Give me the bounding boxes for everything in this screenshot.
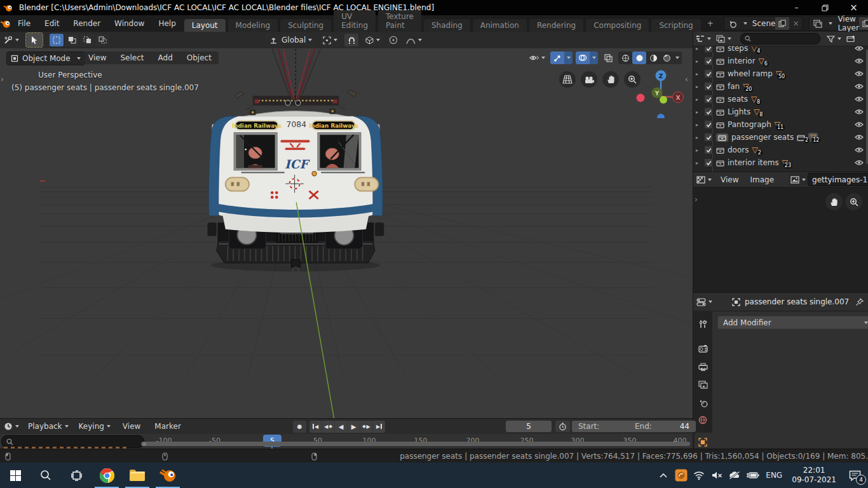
tab-compositing[interactable]: Compositing: [586, 19, 649, 32]
auto-keyframe-record-button[interactable]: ●: [293, 421, 306, 433]
sidebar-expand-icon[interactable]: ‹: [685, 75, 688, 84]
task-view-button[interactable]: [61, 463, 92, 488]
viewport-menu-object[interactable]: Object: [180, 53, 219, 62]
outliner-row-fan[interactable]: ▸ fan ▽20: [693, 80, 868, 93]
xray-toggle[interactable]: [601, 51, 615, 64]
image-name-field[interactable]: gettyimages-1187: [808, 173, 868, 186]
taskbar-chrome-icon[interactable]: [92, 463, 122, 488]
collection-name[interactable]: interior items: [728, 158, 779, 167]
expand-icon[interactable]: ▸: [696, 147, 701, 153]
menu-render[interactable]: Render: [66, 19, 107, 28]
tab-tool-icon[interactable]: [696, 317, 710, 331]
shading-dropdown[interactable]: [673, 51, 682, 64]
tab-view-layer-icon[interactable]: [696, 377, 710, 391]
shading-wireframe-icon[interactable]: [618, 51, 632, 64]
properties-editor-type-icon[interactable]: [693, 298, 715, 306]
gizmos-toggle[interactable]: [550, 51, 564, 64]
proportional-editing-icon[interactable]: [387, 34, 400, 46]
expand-icon[interactable]: ▸: [696, 160, 701, 166]
close-button[interactable]: ×: [839, 0, 868, 15]
gizmos-dropdown[interactable]: [564, 51, 573, 64]
unlink-scene-icon[interactable]: ×: [789, 19, 802, 28]
tool-icon[interactable]: [0, 36, 22, 44]
tab-output-icon[interactable]: [696, 360, 710, 374]
blender-menu-icon[interactable]: [0, 19, 11, 29]
view-layer-name[interactable]: View Layer: [832, 15, 858, 32]
tab-scripting[interactable]: Scripting: [651, 19, 700, 32]
mode-dropdown[interactable]: Object Mode: [6, 51, 85, 65]
eye-icon[interactable]: [855, 109, 864, 115]
collection-checkbox[interactable]: [704, 146, 713, 154]
jump-to-end-button[interactable]: ▶: [373, 421, 385, 433]
tab-shading[interactable]: Shading: [424, 19, 470, 32]
current-frame-field[interactable]: 5: [506, 421, 552, 432]
collection-checkbox[interactable]: [704, 107, 713, 116]
shading-rendered-icon[interactable]: [660, 51, 673, 64]
outliner-search-input[interactable]: [740, 33, 820, 44]
language-indicator[interactable]: ENG: [761, 463, 787, 488]
taskbar-file-explorer-icon[interactable]: [122, 463, 153, 488]
timeline-menu-marker[interactable]: Marker: [147, 422, 187, 431]
add-modifier-dropdown[interactable]: Add Modifier: [717, 316, 868, 329]
notification-center-icon[interactable]: 4: [841, 463, 868, 488]
timeline-menu-playback[interactable]: Playback: [23, 422, 74, 431]
shading-material-icon[interactable]: [646, 51, 660, 64]
timeline-scrollbar[interactable]: [141, 442, 690, 446]
image-menu-view[interactable]: View: [715, 175, 744, 184]
outliner-row-interior[interactable]: ▸ interior ▽6: [693, 55, 868, 67]
tab-modeling[interactable]: Modeling: [228, 19, 278, 32]
tab-scene-icon[interactable]: [696, 396, 710, 410]
timeline-search-input[interactable]: [1, 435, 144, 448]
scene-icon[interactable]: [724, 20, 741, 28]
tab-rendering[interactable]: Rendering: [529, 19, 583, 32]
new-view-layer-icon[interactable]: [859, 17, 868, 30]
outliner-row-seats[interactable]: ▸ seats ▽8: [693, 93, 868, 105]
volume-muted-icon[interactable]: [708, 463, 726, 488]
new-scene-icon[interactable]: [775, 17, 789, 30]
eye-icon[interactable]: [855, 58, 864, 64]
eye-icon[interactable]: [855, 121, 864, 128]
train-model[interactable]: Indian Railways Indian Railways 7084: [208, 49, 384, 273]
preview-range-clock-icon[interactable]: [555, 421, 570, 432]
collection-name[interactable]: passenger seats: [731, 133, 794, 142]
collection-checkbox[interactable]: [704, 82, 713, 91]
outliner-row-interior-items[interactable]: ▸ interior items ▽23: [693, 156, 868, 169]
axis-y-label[interactable]: Y: [654, 90, 660, 97]
prev-keyframe-button[interactable]: ◀◆: [322, 421, 335, 433]
taskbar-blender-icon[interactable]: [153, 463, 183, 488]
viewport-menu-select[interactable]: Select: [113, 53, 151, 62]
viewport-menu-view[interactable]: View: [81, 53, 113, 62]
shading-solid-icon[interactable]: [632, 51, 646, 64]
eye-icon[interactable]: [855, 71, 864, 77]
expand-icon[interactable]: ▸: [696, 109, 701, 115]
tab-sculpting[interactable]: Sculpting: [280, 19, 331, 32]
frame-end-field[interactable]: End:44: [628, 421, 696, 432]
camera-view-button[interactable]: [581, 71, 597, 88]
collection-name[interactable]: Pantograph: [728, 120, 771, 129]
collection-checkbox[interactable]: [704, 158, 713, 167]
collection-name[interactable]: wheel ramp: [728, 69, 773, 78]
minimize-button[interactable]: –: [782, 0, 811, 15]
jump-to-start-button[interactable]: ◀: [309, 421, 322, 433]
outliner-display-mode-icon[interactable]: [714, 35, 734, 43]
wifi-icon[interactable]: [690, 463, 708, 488]
tray-expand-icon[interactable]: [654, 463, 672, 488]
play-button[interactable]: ▶: [348, 421, 360, 433]
proportional-falloff-dropdown[interactable]: [403, 34, 424, 46]
clock[interactable]: 22:01 09-07-2021: [787, 463, 841, 488]
active-tool-select-icon[interactable]: [25, 32, 43, 48]
add-workspace-button[interactable]: +: [702, 19, 719, 28]
collection-name[interactable]: Lights: [728, 107, 750, 116]
next-keyframe-button[interactable]: ◆▶: [360, 421, 373, 433]
tray-app-icon[interactable]: [672, 463, 690, 488]
eye-icon[interactable]: [855, 96, 864, 102]
menu-help[interactable]: Help: [151, 19, 182, 28]
collection-name[interactable]: fan: [728, 82, 740, 91]
pan-view-button[interactable]: [602, 71, 619, 88]
axis-y-positive-ball[interactable]: [660, 96, 667, 104]
collection-name[interactable]: seats: [728, 95, 748, 104]
image-editor-type-icon[interactable]: [693, 176, 715, 184]
view-layer-selector[interactable]: View Layer ×: [809, 17, 868, 30]
timeline-editor-type-icon[interactable]: [0, 422, 23, 431]
scene-selector[interactable]: Scene ×: [724, 17, 803, 30]
